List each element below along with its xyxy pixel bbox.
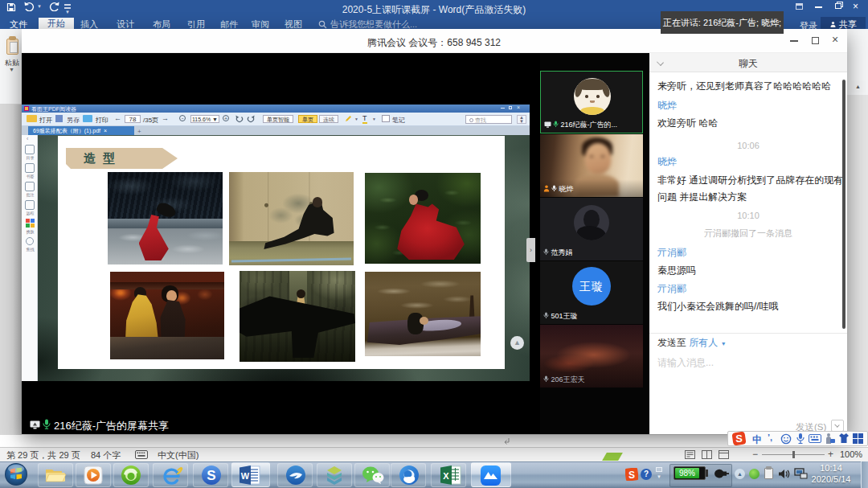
svg-text:S: S [628,470,635,481]
svg-text:W: W [241,471,250,481]
svg-text:S: S [207,468,215,483]
svg-text:X: X [443,471,449,481]
svg-text:S: S [735,433,743,445]
